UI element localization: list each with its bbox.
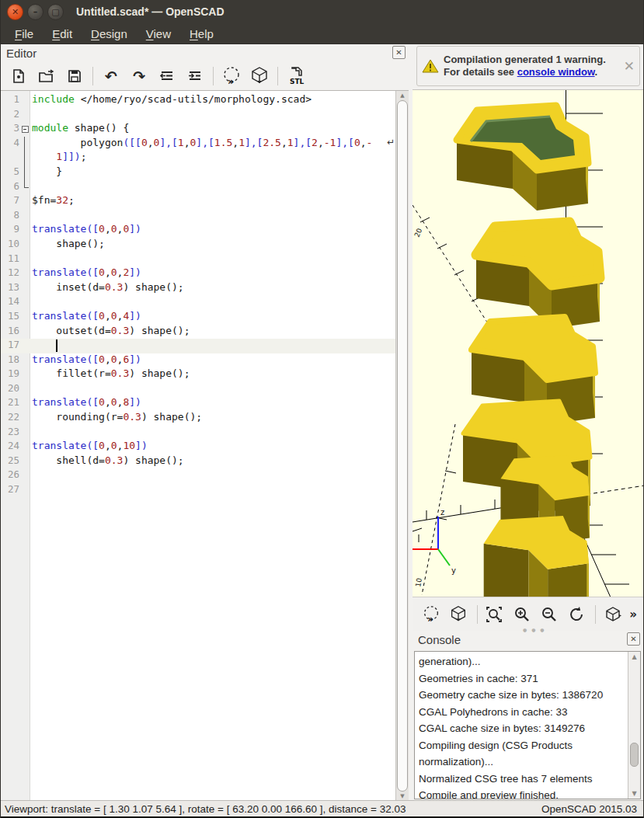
redo-button[interactable]: ↷ bbox=[127, 64, 151, 88]
code-line[interactable]: 22 rounding(r=0.3) shape(); bbox=[1, 411, 396, 426]
code-line[interactable]: 25 shell(d=0.3) shape(); bbox=[1, 454, 396, 469]
y-axis-label: y bbox=[451, 566, 456, 575]
menu-item-design[interactable]: Design bbox=[82, 26, 137, 42]
line-number: 20 bbox=[1, 382, 19, 394]
code-line[interactable]: 1]]); bbox=[1, 151, 396, 165]
console-line: CGAL Polyhedrons in cache: 33 bbox=[419, 704, 626, 721]
scroll-down-icon[interactable]: ▼ bbox=[628, 790, 640, 797]
editor-scrollbar[interactable]: ▲ ▼ bbox=[395, 91, 409, 801]
fold-marker-icon bbox=[21, 180, 30, 195]
menu-item-help[interactable]: Help bbox=[180, 26, 223, 42]
code-line[interactable]: 27 bbox=[1, 483, 396, 498]
viewport-toolbar: » » ● ● ● bbox=[413, 597, 643, 631]
code-line[interactable]: 3module shape() { bbox=[1, 122, 396, 137]
console-panel-title: Console bbox=[418, 633, 461, 646]
line-number: 2 bbox=[1, 108, 19, 120]
code-line[interactable]: 13 inset(d=0.3) shape(); bbox=[1, 281, 396, 296]
origin-axes-indicator: z y bbox=[413, 508, 456, 575]
window-close-button[interactable]: ✕ bbox=[7, 4, 23, 20]
console-line: generation)... bbox=[419, 653, 626, 670]
toolbar-separator bbox=[213, 67, 214, 85]
zoom-out-button[interactable] bbox=[538, 603, 559, 626]
code-line[interactable]: 26 bbox=[1, 468, 396, 483]
console-line: Compiling design (CSG Products normaliza… bbox=[419, 737, 626, 771]
console-window-link[interactable]: console window bbox=[517, 66, 595, 78]
scroll-up-icon[interactable]: ▲ bbox=[628, 653, 640, 660]
code-line[interactable]: 14 bbox=[1, 295, 396, 310]
export-stl-button[interactable]: STL bbox=[284, 64, 308, 88]
toolbar-separator bbox=[595, 605, 596, 624]
unindent-button[interactable] bbox=[155, 64, 179, 88]
code-line[interactable]: 18translate([0,0,6]) bbox=[1, 353, 396, 368]
code-line[interactable]: 15translate([0,0,4]) bbox=[1, 310, 396, 325]
code-line[interactable]: 19 fillet(r=0.3) shape(); bbox=[1, 367, 396, 382]
console-line: Geometry cache size in bytes: 1386720 bbox=[419, 687, 626, 704]
console-line: CGAL cache size in bytes: 3149276 bbox=[419, 720, 626, 737]
toolbar-more-icon[interactable]: » bbox=[629, 607, 637, 621]
line-number: 11 bbox=[1, 252, 19, 264]
editor-panel-title: Editor bbox=[6, 47, 37, 60]
console-scrollbar-thumb[interactable] bbox=[630, 743, 639, 766]
code-line[interactable]: 12translate([0,0,2]) bbox=[1, 266, 396, 281]
code-line[interactable]: 6 bbox=[1, 180, 396, 195]
reset-view-button[interactable] bbox=[566, 603, 587, 626]
code-line[interactable]: 4 polygon([[0,0],[1,0],[1.5,1],[2.5,1],[… bbox=[1, 137, 396, 151]
code-line[interactable]: 2 bbox=[1, 108, 396, 123]
code-line[interactable]: 11 bbox=[1, 252, 396, 267]
svg-text:»: » bbox=[228, 75, 234, 87]
line-number: 10 bbox=[1, 238, 19, 249]
menu-item-file[interactable]: File bbox=[5, 26, 43, 42]
line-number: 9 bbox=[1, 223, 19, 235]
warning-suffix: . bbox=[595, 66, 598, 78]
code-editor[interactable]: 1include </home/ryo/scad-utils/morpholog… bbox=[1, 90, 409, 801]
code-line[interactable]: 16 outset(d=0.3) shape(); bbox=[1, 325, 396, 339]
z-axis-label: z bbox=[440, 508, 444, 517]
window-maximize-button[interactable]: ▢ bbox=[47, 4, 64, 20]
console-close-icon[interactable]: ✕ bbox=[627, 632, 640, 646]
editor-close-icon[interactable]: ✕ bbox=[392, 46, 406, 59]
undo-button[interactable]: ↶ bbox=[99, 64, 123, 88]
open-file-button[interactable] bbox=[35, 64, 58, 88]
zoom-all-button[interactable] bbox=[484, 603, 505, 626]
menu-item-edit[interactable]: Edit bbox=[43, 26, 82, 42]
window-title: Untitled.scad* — OpenSCAD bbox=[76, 5, 225, 18]
zoom-in-button[interactable] bbox=[511, 603, 532, 626]
window-minimize-button[interactable]: – bbox=[27, 4, 44, 20]
full-render-button[interactable] bbox=[447, 603, 468, 626]
code-line[interactable]: 23 bbox=[1, 426, 396, 440]
editor-scrollbar-thumb[interactable] bbox=[397, 100, 408, 792]
line-number: 19 bbox=[1, 367, 19, 379]
full-render-button[interactable] bbox=[248, 64, 271, 88]
fold-marker-icon[interactable] bbox=[21, 122, 30, 137]
console-scrollbar[interactable]: ▲ ▼ bbox=[628, 652, 640, 799]
fold-marker-icon bbox=[21, 137, 30, 151]
line-number: 4 bbox=[1, 137, 19, 148]
code-line[interactable]: 1include </home/ryo/scad-utils/morpholog… bbox=[1, 93, 396, 108]
preview-render-button[interactable]: » bbox=[220, 64, 243, 88]
code-line[interactable]: 21translate([0,0,8]) bbox=[1, 396, 396, 411]
line-number: 23 bbox=[1, 426, 19, 437]
warning-close-icon[interactable]: ✕ bbox=[624, 58, 635, 74]
toolbar-separator bbox=[477, 605, 478, 624]
line-number: 25 bbox=[1, 454, 19, 466]
code-line[interactable]: 20 bbox=[1, 382, 396, 397]
code-line[interactable]: 5 } bbox=[1, 165, 396, 180]
line-number: 17 bbox=[1, 339, 19, 350]
code-line[interactable]: 17 bbox=[1, 339, 396, 353]
console-output[interactable]: generation)...Geometries in cache: 371Ge… bbox=[414, 651, 641, 799]
indent-button[interactable] bbox=[183, 64, 207, 88]
code-line[interactable]: 24translate([0,0,10]) bbox=[1, 440, 396, 454]
scroll-up-icon[interactable]: ▲ bbox=[396, 92, 409, 99]
scroll-down-icon[interactable]: ▼ bbox=[396, 793, 409, 799]
perspective-button[interactable] bbox=[602, 603, 623, 626]
new-file-button[interactable] bbox=[7, 64, 30, 88]
viewport-3d[interactable]: 20 10 bbox=[413, 89, 644, 597]
menu-item-view[interactable]: View bbox=[137, 26, 180, 42]
preview-render-button[interactable]: » bbox=[420, 603, 441, 626]
code-line[interactable]: 7$fn=32; bbox=[1, 194, 396, 209]
save-file-button[interactable] bbox=[63, 64, 86, 88]
code-line[interactable]: 8 bbox=[1, 209, 396, 224]
line-number: 5 bbox=[1, 165, 19, 177]
code-line[interactable]: 10 shape(); bbox=[1, 238, 396, 252]
code-line[interactable]: 9translate([0,0,0]) bbox=[1, 223, 396, 238]
